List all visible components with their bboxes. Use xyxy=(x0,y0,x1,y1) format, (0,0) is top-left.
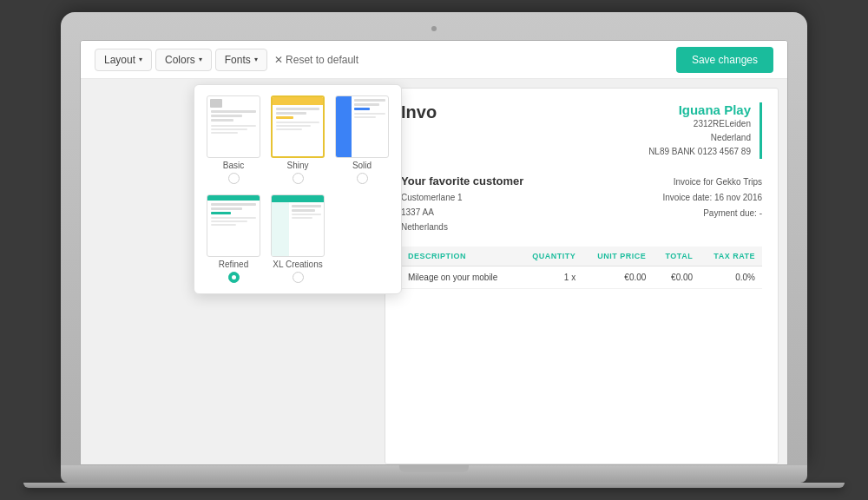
radio-basic[interactable] xyxy=(228,173,240,184)
main-content: Basic xyxy=(81,79,787,464)
customer-addr2: 1337 AA xyxy=(401,205,523,220)
row-description: Mileage on your mobile xyxy=(401,266,518,289)
col-description: DESCRIPTION xyxy=(401,247,518,266)
layout-label-xl: XL Creations xyxy=(273,260,322,269)
layout-button[interactable]: Layout ▾ xyxy=(95,49,152,71)
layout-label-solid: Solid xyxy=(352,161,372,170)
table-row: Mileage on your mobile 1 x €0.00 €0.00 0… xyxy=(401,266,762,289)
billing-customer: Your favorite customer Customerlane 1 13… xyxy=(401,174,523,234)
layout-item-shiny[interactable]: Shiny xyxy=(269,95,326,184)
customer-name: Your favorite customer xyxy=(401,174,523,188)
chevron-down-icon: ▾ xyxy=(139,56,142,63)
payment-due: Payment due: - xyxy=(662,206,762,221)
laptop-screen: Layout ▾ Colors ▾ Fonts ▾ ✕ Reset t xyxy=(80,40,788,465)
invoice-document: Invo Iguana Play 2312RELeiden Nederland … xyxy=(385,88,779,464)
colors-button[interactable]: Colors ▾ xyxy=(155,49,212,71)
row-unit-price: €0.00 xyxy=(582,266,653,289)
company-bank: NL89 BANK 0123 4567 89 xyxy=(648,145,751,159)
col-quantity: QUANTITY xyxy=(518,247,582,266)
invoice-for: Invoice for Gekko Trips xyxy=(662,174,762,190)
col-tax-rate: TAX RATE xyxy=(700,247,762,266)
invoice-date: Invoice date: 16 nov 2016 xyxy=(662,190,762,206)
radio-refined[interactable] xyxy=(228,272,240,283)
company-address1: 2312RELeiden xyxy=(648,117,751,131)
chevron-down-icon: ▾ xyxy=(254,56,258,63)
invoice-title: Invo xyxy=(401,102,437,122)
invoice-table: DESCRIPTION QUANTITY UNIT PRICE xyxy=(401,247,762,289)
layout-item-basic[interactable]: Basic xyxy=(205,95,262,184)
layout-label-basic: Basic xyxy=(223,161,244,170)
row-tax-rate: 0.0% xyxy=(700,266,762,289)
col-total: TOTAL xyxy=(653,247,700,266)
reset-button[interactable]: ✕ Reset to default xyxy=(274,54,358,66)
chevron-down-icon: ▾ xyxy=(199,56,202,63)
toolbar: Layout ▾ Colors ▾ Fonts ▾ ✕ Reset t xyxy=(81,41,787,79)
camera xyxy=(431,26,437,31)
company-address2: Nederland xyxy=(648,131,751,145)
layout-item-solid[interactable]: Solid xyxy=(333,95,391,184)
customer-addr1: Customerlane 1 xyxy=(401,190,523,205)
col-unit-price: UNIT PRICE xyxy=(582,247,653,266)
row-total: €0.00 xyxy=(653,266,700,289)
radio-xl[interactable] xyxy=(293,272,304,283)
company-name: Iguana Play xyxy=(648,102,751,117)
save-button[interactable]: Save changes xyxy=(676,47,773,73)
radio-solid[interactable] xyxy=(357,173,368,184)
layout-item-xl[interactable]: XL Creations xyxy=(269,194,326,283)
layout-item-refined[interactable]: Refined xyxy=(205,194,262,283)
row-quantity: 1 x xyxy=(518,266,582,289)
company-info: Iguana Play 2312RELeiden Nederland NL89 … xyxy=(648,102,762,159)
invoice-meta: Invoice for Gekko Trips Invoice date: 16… xyxy=(662,174,762,234)
layout-dropdown-panel: Basic xyxy=(194,84,402,294)
fonts-button[interactable]: Fonts ▾ xyxy=(215,49,267,71)
layout-label-refined: Refined xyxy=(219,260,248,269)
layout-label-shiny: Shiny xyxy=(286,161,308,170)
radio-shiny[interactable] xyxy=(293,173,304,184)
customer-addr3: Netherlands xyxy=(401,220,523,234)
